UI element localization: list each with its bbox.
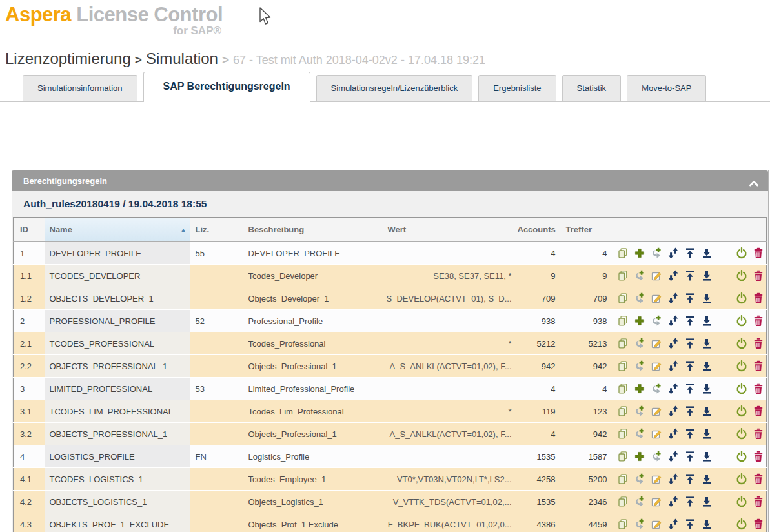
add-icon[interactable]	[634, 315, 645, 327]
move-bottom-icon[interactable]	[701, 315, 713, 327]
move-updown-icon[interactable]	[667, 383, 679, 394]
tab-move-to-sap[interactable]: Move-to-SAP	[627, 75, 706, 101]
edit-icon[interactable]	[651, 518, 662, 530]
add-icon[interactable]	[634, 383, 645, 394]
add-sub-icon[interactable]	[634, 428, 645, 440]
power-icon[interactable]	[736, 247, 747, 259]
edit-icon[interactable]	[651, 428, 662, 440]
move-top-icon[interactable]	[684, 405, 696, 417]
breadcrumb-item-simulation[interactable]: Simulation	[146, 50, 218, 67]
chevron-up-icon[interactable]	[749, 178, 759, 185]
edit-icon[interactable]	[651, 292, 662, 304]
copy-icon[interactable]	[617, 270, 629, 281]
power-icon[interactable]	[736, 360, 747, 372]
delete-icon[interactable]	[753, 315, 764, 327]
move-updown-icon[interactable]	[667, 518, 679, 530]
power-icon[interactable]	[736, 315, 747, 327]
add-sub-icon[interactable]	[634, 292, 645, 304]
power-icon[interactable]	[736, 383, 747, 394]
column-header-accounts[interactable]: Accounts	[517, 218, 561, 242]
add-sub-icon[interactable]	[634, 518, 645, 530]
power-icon[interactable]	[736, 496, 747, 507]
copy-icon[interactable]	[617, 383, 629, 394]
delete-icon[interactable]	[753, 428, 764, 440]
tab-sap-berechtigungsregeln[interactable]: SAP Berechtigungsregeln	[143, 72, 310, 102]
power-icon[interactable]	[736, 405, 747, 417]
copy-icon[interactable]	[617, 451, 629, 462]
delete-icon[interactable]	[753, 405, 764, 417]
move-updown-icon[interactable]	[667, 428, 679, 440]
add-sub-icon[interactable]	[651, 247, 662, 259]
copy-icon[interactable]	[617, 428, 629, 440]
column-header-wert[interactable]: Wert	[383, 218, 517, 242]
move-bottom-icon[interactable]	[701, 338, 713, 349]
column-header-liz[interactable]: Liz.	[190, 218, 243, 242]
tab-simulationsregeln-lizenzueberblick[interactable]: Simulationsregeln/Lizenzüberblick	[316, 75, 473, 101]
copy-icon[interactable]	[617, 315, 629, 327]
tab-statistik[interactable]: Statistik	[562, 75, 622, 101]
move-top-icon[interactable]	[684, 315, 696, 327]
power-icon[interactable]	[736, 518, 747, 530]
delete-icon[interactable]	[753, 292, 764, 304]
move-updown-icon[interactable]	[667, 360, 679, 372]
delete-icon[interactable]	[753, 473, 764, 485]
add-sub-icon[interactable]	[651, 315, 662, 327]
column-header-treffer[interactable]: Treffer	[561, 218, 613, 242]
move-bottom-icon[interactable]	[701, 428, 713, 440]
add-icon[interactable]	[634, 451, 645, 462]
delete-icon[interactable]	[753, 383, 764, 394]
move-top-icon[interactable]	[684, 360, 696, 372]
copy-icon[interactable]	[617, 405, 629, 417]
add-sub-icon[interactable]	[634, 360, 645, 372]
copy-icon[interactable]	[617, 292, 629, 304]
move-bottom-icon[interactable]	[701, 451, 713, 462]
add-sub-icon[interactable]	[634, 496, 645, 507]
move-updown-icon[interactable]	[667, 292, 679, 304]
column-header-beschreibung[interactable]: Beschreibung	[243, 218, 383, 242]
breadcrumb-item-lizenzoptimierung[interactable]: Lizenzoptimierung	[5, 50, 131, 67]
move-bottom-icon[interactable]	[701, 270, 713, 281]
add-sub-icon[interactable]	[634, 270, 645, 281]
delete-icon[interactable]	[753, 360, 764, 372]
move-updown-icon[interactable]	[667, 405, 679, 417]
copy-icon[interactable]	[617, 518, 629, 530]
move-bottom-icon[interactable]	[701, 247, 713, 259]
move-updown-icon[interactable]	[667, 496, 679, 507]
move-updown-icon[interactable]	[667, 473, 679, 485]
copy-icon[interactable]	[617, 473, 629, 485]
delete-icon[interactable]	[753, 270, 764, 281]
move-top-icon[interactable]	[684, 451, 696, 462]
power-icon[interactable]	[736, 292, 747, 304]
move-top-icon[interactable]	[684, 292, 696, 304]
move-top-icon[interactable]	[684, 247, 696, 259]
add-sub-icon[interactable]	[651, 451, 662, 462]
add-sub-icon[interactable]	[634, 338, 645, 349]
app-logo[interactable]: Aspera License Control for SAP®	[5, 4, 223, 37]
move-bottom-icon[interactable]	[701, 518, 713, 530]
edit-icon[interactable]	[651, 338, 662, 349]
power-icon[interactable]	[736, 473, 747, 485]
move-top-icon[interactable]	[684, 518, 696, 530]
move-bottom-icon[interactable]	[701, 496, 713, 507]
power-icon[interactable]	[736, 428, 747, 440]
delete-icon[interactable]	[753, 496, 764, 507]
column-header-id[interactable]: ID	[14, 218, 45, 242]
copy-icon[interactable]	[617, 338, 629, 349]
copy-icon[interactable]	[617, 247, 629, 259]
move-bottom-icon[interactable]	[701, 405, 713, 417]
edit-icon[interactable]	[651, 473, 662, 485]
add-sub-icon[interactable]	[634, 473, 645, 485]
power-icon[interactable]	[736, 270, 747, 281]
delete-icon[interactable]	[753, 247, 764, 259]
move-top-icon[interactable]	[684, 473, 696, 485]
move-updown-icon[interactable]	[667, 270, 679, 281]
add-sub-icon[interactable]	[651, 383, 662, 394]
move-bottom-icon[interactable]	[701, 473, 713, 485]
edit-icon[interactable]	[651, 270, 662, 281]
move-top-icon[interactable]	[684, 496, 696, 507]
move-top-icon[interactable]	[684, 428, 696, 440]
move-bottom-icon[interactable]	[701, 292, 713, 304]
edit-icon[interactable]	[651, 405, 662, 417]
edit-icon[interactable]	[651, 360, 662, 372]
delete-icon[interactable]	[753, 338, 764, 349]
